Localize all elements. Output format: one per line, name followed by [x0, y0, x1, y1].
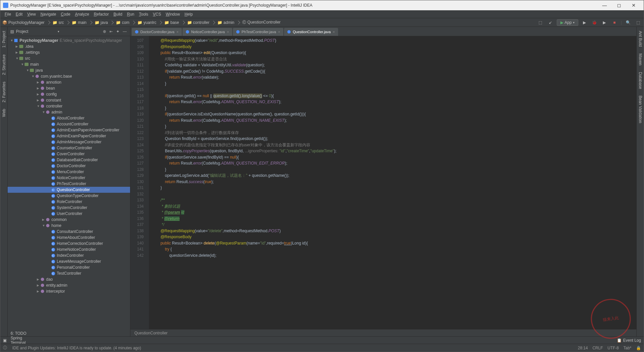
status-utf-8[interactable]: UTF-8 [608, 346, 619, 350]
tree-item-questioncontroller[interactable]: CQuestionController [8, 187, 130, 193]
tree-item--settings[interactable]: ▶.settings [8, 49, 130, 55]
tree-item-doctorcontroller[interactable]: CDoctorController [8, 163, 130, 169]
target-icon[interactable]: ⊕ [103, 29, 107, 34]
menu-tools[interactable]: Tools [137, 12, 151, 17]
tree-item-homeaboutcontroller[interactable]: CHomeAboutController [8, 235, 130, 241]
right-tab-bean-validation[interactable]: Bean Validation [637, 94, 643, 124]
crumb-java[interactable]: 📁 java [95, 20, 108, 25]
tree-item-usercontroller[interactable]: CUserController [8, 211, 130, 217]
right-tab-ant-build[interactable]: Ant Build [637, 30, 643, 48]
tree-item-accountcontroller[interactable]: CAccountController [8, 121, 130, 127]
left-tab-web[interactable]: Web [1, 107, 7, 118]
status-crlf[interactable]: CRLF [593, 346, 603, 350]
crumb-base[interactable]: 📁 base [164, 20, 179, 25]
tree-item-config[interactable]: ▶config [8, 91, 130, 97]
close-button[interactable]: ✕ [626, 1, 641, 10]
crumb-admin[interactable]: 📁 admin [217, 20, 234, 25]
hide-icon[interactable]: — [123, 29, 127, 34]
tool-window-toggle[interactable]: ▣ [3, 338, 7, 343]
code-content[interactable]: @RequestMapping(value="/edit",method=Req… [149, 36, 636, 329]
sync-icon[interactable]: ↙ [547, 19, 554, 26]
tree-item-constant[interactable]: ▶constant [8, 97, 130, 103]
menu-edit[interactable]: Edit [13, 12, 25, 17]
run-button[interactable]: ▶ [581, 19, 588, 26]
left-tab-1--project[interactable]: 1: Project [1, 30, 7, 49]
debug-button[interactable]: 🐞 [591, 19, 598, 26]
info-icon[interactable]: ⓘ [3, 345, 7, 351]
menu-vcs[interactable]: VCS [151, 12, 164, 17]
menu-analyze[interactable]: Analyze [73, 12, 92, 17]
menu-code[interactable]: Code [58, 12, 73, 17]
tree-item-bean[interactable]: ▶bean [8, 85, 130, 91]
editor-breadcrumb[interactable]: QuestionController [130, 329, 636, 336]
tree-item-noticecontroller[interactable]: CNoticeController [8, 175, 130, 181]
tree-item-admin[interactable]: ▼admin [8, 109, 130, 115]
tree-item-entity-admin[interactable]: ▶entity.admin [8, 282, 130, 288]
tab-questioncontroller[interactable]: QuestionController.java× [284, 28, 338, 36]
tree-item-adminexampaperanswercontroller[interactable]: CAdminExamPaperAnswerController [8, 127, 130, 133]
tree-item-com-yuanlrc-base[interactable]: ▼com.yuanlrc.base [8, 73, 130, 79]
menu-refactor[interactable]: Refactor [92, 12, 111, 17]
bottom-tool-6--todo[interactable]: 6: TODO [11, 331, 38, 336]
coverage-icon[interactable]: ▶ [601, 19, 608, 26]
bottom-tool-spring[interactable]: Spring [11, 336, 38, 340]
menu-file[interactable]: File [2, 12, 13, 17]
project-tree[interactable]: ▼PsychologyManagerE:\idea_space\Psycholo… [8, 36, 130, 336]
menu-window[interactable]: Window [163, 12, 182, 17]
tree-item-homenoticecontroller[interactable]: CHomeNoticeController [8, 246, 130, 252]
scope-dropdown-icon[interactable]: ▾ [58, 30, 59, 33]
tree-item-dao[interactable]: ▶dao [8, 276, 130, 282]
right-tab-maven[interactable]: Maven [637, 52, 643, 67]
status-2814[interactable]: 28:14 [578, 346, 588, 350]
left-tab-2--structure[interactable]: 2: Structure [1, 53, 7, 76]
tree-item-interceptor[interactable]: ▶interceptor [8, 288, 130, 294]
tree-item-homecorrectioncontroller[interactable]: CHomeCorrectionController [8, 241, 130, 246]
tree-item-common[interactable]: ▶common [8, 217, 130, 223]
menu-help[interactable]: Help [182, 12, 195, 17]
crumb-yuanlrc[interactable]: 📁 yuanlrc [137, 20, 156, 25]
right-tab-database[interactable]: Database [637, 71, 643, 90]
tab-noticecontroller[interactable]: NoticeController.java× [182, 28, 232, 36]
crumb-src[interactable]: 📁 src [52, 20, 64, 25]
event-log-button[interactable]: 📋 Event Log [617, 338, 641, 343]
crumb-questioncontroller[interactable]: Ⓒ QuestionController [242, 20, 280, 25]
tree-item-controller[interactable]: ▼controller [8, 103, 130, 109]
tree-item--idea[interactable]: ▶.idea [8, 43, 130, 49]
sidebar-toggle-icon[interactable]: ▤ [10, 29, 14, 34]
project-structure-icon[interactable]: ⬚ [634, 19, 642, 26]
tree-item-menucontroller[interactable]: CMenuController [8, 169, 130, 175]
tree-item-annotion[interactable]: ▶annotion [8, 79, 130, 85]
tree-item-databasebakcontroller[interactable]: CDatabaseBakController [8, 157, 130, 163]
tab-phtestcontroller[interactable]: PhTestController.java× [233, 28, 283, 36]
tree-item-phtestcontroller[interactable]: CPhTestController [8, 181, 130, 187]
search-icon[interactable]: 🔍 [624, 19, 632, 26]
tree-item-testcontroller[interactable]: CTestController [8, 270, 130, 276]
gear-icon[interactable]: ✦ [116, 29, 121, 34]
tree-item-aboutcontroller[interactable]: CAboutController [8, 115, 130, 121]
crumb-com[interactable]: 📁 com [116, 20, 129, 25]
crumb-controller[interactable]: 📁 controller [187, 20, 210, 25]
tree-item-indexcontroller[interactable]: CIndexController [8, 252, 130, 258]
tree-item-covercontroller[interactable]: CCoverController [8, 151, 130, 157]
crumb-psychologymanager[interactable]: 📦 PsychologyManager [2, 20, 44, 25]
menu-build[interactable]: Build [111, 12, 125, 17]
menu-view[interactable]: View [25, 12, 38, 17]
tree-item-consultantcontroller[interactable]: CConsultantController [8, 229, 130, 235]
tree-item-java[interactable]: ▼java [8, 67, 130, 73]
crumb-main[interactable]: 📁 main [72, 20, 86, 25]
tree-item-personalcontroller[interactable]: CPersonalController [8, 264, 130, 270]
tree-item-rolecontroller[interactable]: CRoleController [8, 199, 130, 205]
menu-run[interactable]: Run [125, 12, 137, 17]
editor[interactable]: 1071081091101111121131141151161171181191… [130, 36, 636, 329]
lock-icon[interactable]: 🔒 [636, 346, 641, 350]
maximize-button[interactable]: ◻ [612, 1, 626, 10]
tree-item-leavemessagecontroller[interactable]: CLeaveMessageController [8, 258, 130, 264]
minimize-button[interactable]: — [597, 1, 612, 10]
build-icon[interactable]: ⬚ [537, 19, 544, 26]
status-tab[interactable]: Tab* [623, 346, 631, 350]
stop-button[interactable]: ■ [611, 19, 618, 26]
tree-item-counselorcontroller[interactable]: CCounselorController [8, 145, 130, 151]
tree-item-src[interactable]: ▼src [8, 55, 130, 61]
tree-item-questiontypecontroller[interactable]: CQuestionTypeController [8, 193, 130, 199]
left-tab-2--favorites[interactable]: 2: Favorites [1, 80, 7, 104]
